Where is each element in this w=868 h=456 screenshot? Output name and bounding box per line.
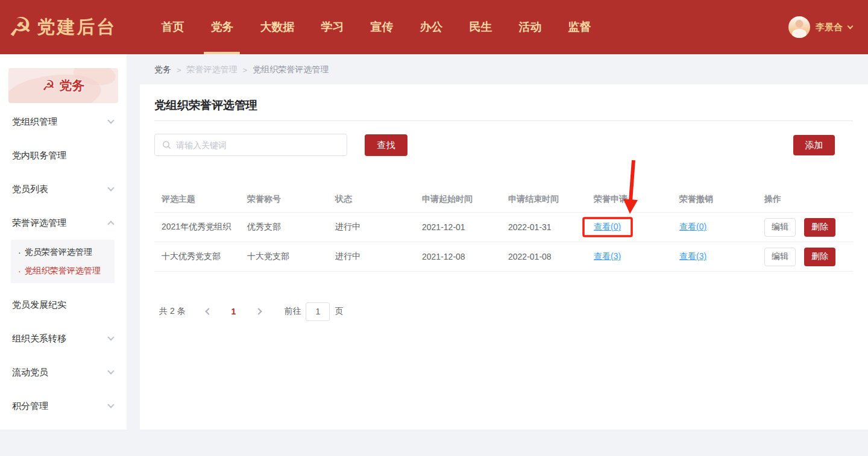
cell-topic: 2021年优秀党组织 [162,222,247,233]
top-header: ☭ 党建后台 首页 党务 大数据 学习 宣传 办公 民生 活动 监督 李景合 [0,0,868,54]
party-emblem-icon: ☭ [42,78,55,93]
column-header: 评选主题 [162,194,247,205]
sidebar-subitem-member-honor[interactable]: · 党员荣誉评选管理 [11,243,115,261]
search-input[interactable] [176,140,339,150]
top-nav: 首页 党务 大数据 学习 宣传 办公 民生 活动 监督 [148,0,604,54]
cell-start-time: 2021-12-08 [422,252,508,261]
cell-honor: 优秀支部 [247,222,335,233]
breadcrumb-item[interactable]: 党务 [154,64,171,75]
page-title: 党组织荣誉评选管理 [154,98,257,113]
delete-button[interactable]: 删除 [804,218,835,237]
nav-item-office[interactable]: 办公 [406,0,456,54]
total-count: 共 2 条 [159,306,186,317]
sidebar-banner: ☭ 党务 [8,68,118,103]
column-header: 荣誉称号 [247,194,335,205]
nav-item-supervision[interactable]: 监督 [555,0,604,54]
sidebar-item-mobile-members[interactable]: 流动党员 [0,355,127,389]
sidebar-item-member-list[interactable]: 党员列表 [0,172,127,206]
party-emblem-icon: ☭ [8,14,32,40]
revoke-view-link[interactable]: 查看(3) [679,251,706,261]
nav-item-party-affairs[interactable]: 党务 [197,0,247,54]
delete-button[interactable]: 删除 [804,248,835,266]
honor-selection-table: 评选主题 荣誉称号 状态 申请起始时间 申请结束时间 荣誉申请 荣誉撤销 操作 … [154,187,853,272]
breadcrumb-separator: > [243,66,248,75]
column-header: 申请结束时间 [508,194,594,205]
honor-selection-submenu: · 党员荣誉评选管理 · 党组织荣誉评选管理 [11,240,115,283]
breadcrumb-item[interactable]: 荣誉评选管理 [187,64,237,75]
edit-button[interactable]: 编辑 [764,248,796,266]
goto-page-input[interactable] [306,302,330,321]
chevron-down-icon [107,401,114,408]
cell-status: 进行中 [335,251,422,262]
chevron-up-icon [107,220,114,227]
apply-view-link[interactable]: 查看(0) [594,222,621,231]
user-name: 李景合 [816,22,843,33]
column-header: 荣誉撤销 [679,194,764,205]
sidebar: ☭ 党务 党组织管理 党内职务管理 党员列表 荣誉评选管理 · 党员荣誉评选管理… [0,54,127,429]
column-header: 申请起始时间 [422,194,508,205]
breadcrumb-separator: > [177,66,181,75]
sidebar-banner-label: 党务 [59,77,84,94]
column-header: 荣誉申请 [594,194,679,205]
pagination: 共 2 条 1 前往 页 [159,301,343,322]
main-content: 党组织荣誉评选管理 查找 添加 评选主题 荣誉称号 状态 申请起始时间 申请结束… [140,84,868,429]
cell-end-time: 2022-01-08 [508,252,594,261]
nav-item-activities[interactable]: 活动 [505,0,555,54]
chevron-down-icon [107,117,114,123]
cell-start-time: 2021-12-01 [422,222,508,232]
sidebar-subitem-org-honor[interactable]: · 党组织荣誉评选管理 [11,261,115,280]
divider [154,120,853,121]
sidebar-item-honor-selection[interactable]: 荣誉评选管理 [0,206,127,240]
sidebar-item-org-relation-transfer[interactable]: 组织关系转移 [0,322,127,355]
chevron-down-icon [107,184,114,191]
sidebar-item-org-management[interactable]: 党组织管理 [0,105,127,139]
user-menu[interactable]: 李景合 [788,16,852,38]
goto-label: 前往 [284,306,301,317]
find-button[interactable]: 查找 [365,134,407,156]
avatar[interactable] [788,16,810,38]
bullet: · [18,266,21,276]
page-unit-label: 页 [335,306,343,317]
app-logo: ☭ 党建后台 [0,14,116,40]
cell-honor: 十大党支部 [247,251,335,262]
sidebar-item-party-positions[interactable]: 党内职务管理 [0,139,127,172]
breadcrumb-item-current: 党组织荣誉评选管理 [253,64,329,75]
active-nav-underline [204,52,240,54]
sidebar-menu: 党组织管理 党内职务管理 党员列表 荣誉评选管理 · 党员荣誉评选管理 · 党组… [0,105,127,423]
nav-item-study[interactable]: 学习 [307,0,357,54]
cell-end-time: 2022-01-31 [508,222,594,232]
chevron-down-icon [107,367,114,374]
avatar-head [796,20,804,28]
nav-item-home[interactable]: 首页 [148,0,197,54]
add-button[interactable]: 添加 [793,135,835,155]
page-number-current[interactable]: 1 [231,307,236,316]
table-row: 十大优秀党支部 十大党支部 进行中 2021-12-08 2022-01-08 … [154,242,853,272]
table-header-row: 评选主题 荣誉称号 状态 申请起始时间 申请结束时间 荣誉申请 荣誉撤销 操作 [154,187,853,213]
column-header: 状态 [335,194,422,205]
breadcrumb: 党务 > 荣誉评选管理 > 党组织荣誉评选管理 [154,64,329,75]
sidebar-item-member-development[interactable]: 党员发展纪实 [0,288,127,322]
search-icon [162,140,171,149]
revoke-view-link[interactable]: 查看(0) [679,222,706,231]
avatar-body [792,29,807,38]
column-header: 操作 [764,194,853,205]
chevron-down-icon [107,334,114,340]
nav-item-livelihood[interactable]: 民生 [456,0,505,54]
app-title: 党建后台 [37,15,116,40]
apply-view-link[interactable]: 查看(3) [594,251,621,261]
bullet: · [18,248,21,257]
next-page-icon[interactable] [256,308,262,314]
sidebar-item-points-management[interactable]: 积分管理 [0,389,127,423]
edit-button[interactable]: 编辑 [764,218,796,237]
nav-item-publicity[interactable]: 宣传 [357,0,406,54]
chevron-down-icon [848,23,854,29]
nav-item-big-data[interactable]: 大数据 [247,0,307,54]
prev-page-icon[interactable] [205,308,212,314]
cell-status: 进行中 [335,222,422,233]
table-row: 2021年优秀党组织 优秀支部 进行中 2021-12-01 2022-01-3… [154,213,853,242]
cell-topic: 十大优秀党支部 [162,251,247,262]
keyword-search-field[interactable] [154,134,347,156]
